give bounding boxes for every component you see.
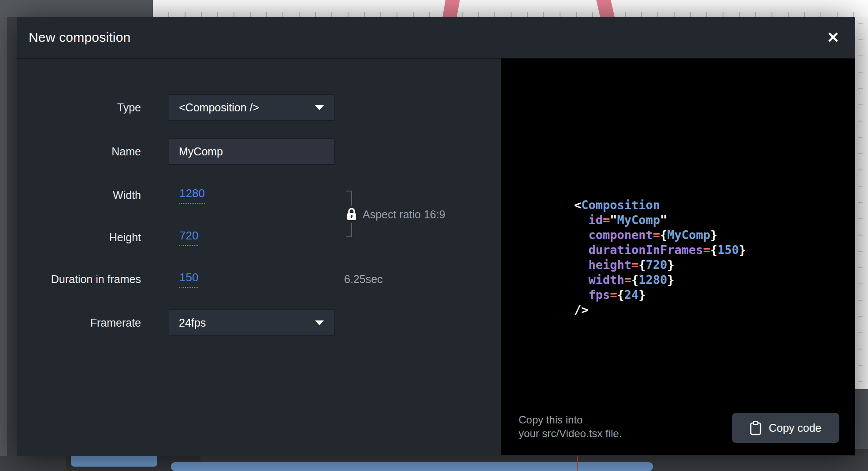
- code-hint-line2: your src/Video.tsx file.: [519, 427, 622, 440]
- height-label: Height: [17, 231, 141, 244]
- composition-form: Type <Composition /> Name Width 1280 Hei…: [17, 59, 501, 455]
- type-select[interactable]: <Composition />: [169, 94, 335, 121]
- background-left-panel-strip: [0, 0, 7, 471]
- duration-seconds: 6.25sec: [344, 266, 383, 292]
- copy-code-label: Copy code: [769, 422, 822, 434]
- background-timeline-track: [0, 456, 868, 471]
- close-icon[interactable]: ✕: [827, 30, 840, 45]
- background-timeline-ruler: [153, 12, 868, 17]
- duration-value[interactable]: 150: [179, 271, 198, 288]
- framerate-select[interactable]: 24fps: [169, 309, 335, 336]
- clipboard-icon: [750, 421, 761, 435]
- name-input[interactable]: [169, 138, 335, 165]
- type-label: Type: [17, 101, 141, 114]
- new-composition-dialog: New composition ✕ Type <Composition /> N…: [17, 17, 855, 456]
- chevron-down-icon: [315, 320, 324, 325]
- code-hint: Copy this into your src/Video.tsx file.: [519, 413, 622, 440]
- duration-label: Duration in frames: [17, 273, 141, 286]
- background-playhead: [577, 456, 578, 471]
- width-label: Width: [17, 189, 141, 202]
- lock-icon: [345, 206, 359, 223]
- code-hint-line1: Copy this into: [519, 413, 622, 427]
- duration-row: Duration in frames 150 6.25sec: [17, 266, 501, 292]
- copy-code-button[interactable]: Copy code: [732, 413, 839, 443]
- background-right-panel-ticks: [858, 23, 863, 393]
- framerate-select-value: 24fps: [179, 316, 206, 329]
- height-row: Height 720: [17, 224, 501, 250]
- background-sidebar-corner: [0, 0, 153, 17]
- type-row: Type <Composition />: [17, 94, 501, 121]
- code-block: <Composition id="MyComp" component={MyCo…: [574, 198, 746, 317]
- framerate-row: Framerate 24fps: [17, 309, 501, 336]
- type-select-value: <Composition />: [179, 101, 259, 114]
- name-row: Name: [17, 138, 501, 165]
- dialog-header: New composition ✕: [17, 17, 855, 59]
- height-value[interactable]: 720: [179, 229, 198, 246]
- framerate-label: Framerate: [17, 316, 141, 329]
- background-right-panel-block: [855, 389, 868, 449]
- code-preview-panel: <Composition id="MyComp" component={MyCo…: [501, 59, 855, 455]
- width-row: Width 1280: [17, 182, 501, 208]
- background-preview-area: [0, 0, 868, 17]
- width-value[interactable]: 1280: [179, 187, 205, 204]
- chevron-down-icon: [315, 105, 324, 110]
- aspect-ratio-label: Aspect ratio 16:9: [363, 206, 445, 222]
- background-timeline-bar: [171, 462, 653, 471]
- name-label: Name: [17, 145, 141, 158]
- dialog-title: New composition: [29, 30, 130, 45]
- background-right-panel: [855, 17, 868, 471]
